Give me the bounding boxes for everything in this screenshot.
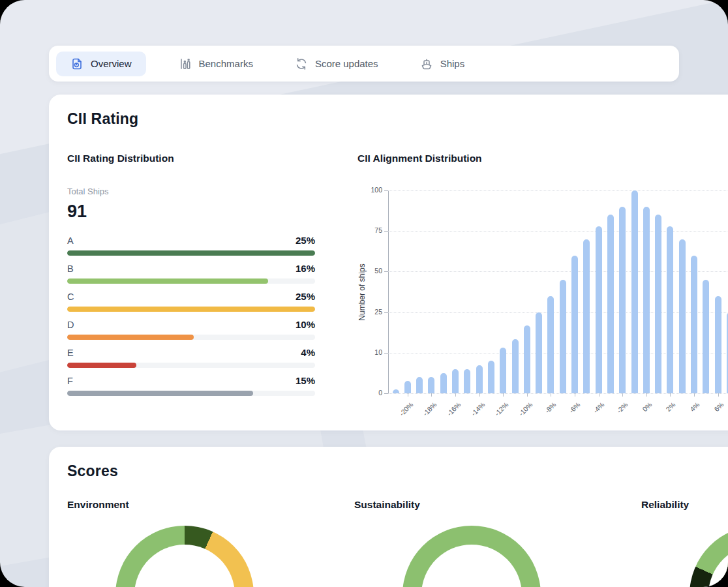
alignment-distribution-title: CII Alignment Distribution — [357, 153, 482, 164]
x-tick — [646, 393, 647, 397]
rating-distribution-title: CII Rating Distribution — [67, 153, 315, 164]
x-tick — [431, 393, 432, 397]
rating-row-d: D10% — [67, 319, 315, 347]
x-tick-label: -12% — [483, 400, 510, 427]
y-tick — [384, 312, 388, 313]
x-tick — [479, 393, 480, 397]
tab-ships-label: Ships — [440, 57, 465, 70]
rating-grade-label: B — [67, 263, 74, 274]
bar-chart-icon — [179, 57, 192, 70]
alignment-distribution-chart: Number of ships010255075100-20%-18%-16%-… — [349, 183, 728, 427]
histogram-bar — [404, 381, 411, 393]
rating-row-c: C25% — [67, 291, 315, 319]
x-tick — [670, 393, 671, 397]
gridline — [388, 231, 728, 232]
rating-percent-value: 25% — [296, 291, 315, 302]
y-tick-label: 100 — [363, 186, 382, 194]
scores-card: Scores EnvironmentSustainabilityReliabil… — [49, 447, 728, 587]
tab-ships[interactable]: Ships — [411, 52, 474, 76]
rating-bar-track — [67, 335, 315, 340]
x-tick — [718, 393, 719, 397]
histogram-bar — [679, 239, 686, 393]
rating-row-a: A25% — [67, 235, 315, 263]
rating-percent-value: 16% — [296, 263, 315, 274]
rating-grade-label: E — [67, 348, 74, 358]
histogram-bar — [631, 190, 638, 393]
histogram-bar — [667, 226, 673, 393]
tab-overview-label: Overview — [91, 57, 132, 70]
score-donut-reliability — [690, 526, 728, 587]
y-tick — [384, 190, 388, 191]
x-tick-label: 0% — [626, 400, 653, 427]
tab-score-updates-label: Score updates — [315, 57, 378, 70]
rating-bar-fill — [67, 391, 253, 396]
gridline — [388, 271, 728, 272]
histogram-bar — [416, 377, 423, 393]
tab-benchmarks[interactable]: Benchmarks — [170, 52, 262, 76]
rating-bar-track — [67, 307, 315, 312]
gridline — [388, 393, 728, 394]
rating-bar-track — [67, 391, 315, 396]
score-donut-sustainability — [402, 526, 541, 587]
rating-percent-value: 25% — [296, 235, 315, 246]
y-tick-label: 10 — [363, 348, 382, 356]
score-title-environment: Environment — [67, 499, 129, 511]
x-tick — [408, 393, 408, 397]
cii-rating-card: CII Rating CII Rating Distribution Total… — [49, 95, 728, 430]
rating-row-f: F15% — [67, 375, 315, 403]
histogram-bar — [643, 207, 650, 393]
histogram-bar — [393, 389, 399, 393]
histogram-bar — [560, 280, 566, 393]
histogram-bar — [715, 296, 721, 393]
tab-overview[interactable]: Overview — [56, 52, 146, 76]
histogram-bar — [500, 348, 506, 394]
rating-grade-label: D — [67, 320, 74, 330]
donut-hole — [421, 545, 522, 587]
y-tick — [384, 393, 388, 394]
x-tick-label: -2% — [603, 400, 629, 427]
x-tick — [527, 393, 528, 397]
rating-percent-value: 15% — [296, 375, 315, 386]
y-tick — [384, 231, 388, 232]
x-tick — [503, 393, 504, 397]
gridline — [388, 353, 728, 354]
y-tick-label: 75 — [363, 226, 382, 234]
x-tick-label: -4% — [579, 400, 605, 427]
y-tick — [384, 271, 388, 272]
rating-grade-label: A — [67, 235, 74, 246]
histogram-bar — [428, 377, 434, 393]
rating-bar-fill — [67, 307, 315, 312]
histogram-bar — [464, 369, 470, 393]
x-tick — [622, 393, 623, 397]
document-chart-icon — [70, 57, 83, 70]
tab-benchmarks-label: Benchmarks — [199, 57, 253, 70]
score-donut-environment — [115, 526, 254, 587]
histogram-bar — [655, 215, 661, 393]
x-tick-label: -18% — [412, 400, 438, 427]
x-tick-label: -10% — [507, 400, 534, 427]
histogram-bar — [524, 325, 530, 393]
histogram-bar — [703, 280, 709, 393]
x-tick-label: -6% — [554, 400, 581, 427]
ship-icon — [420, 57, 433, 70]
score-title-sustainability: Sustainability — [354, 499, 420, 511]
x-tick-label: -14% — [459, 400, 486, 427]
rating-bar-fill — [67, 250, 315, 256]
x-tick-label: -20% — [387, 400, 414, 427]
rating-row-b: B16% — [67, 263, 315, 291]
rating-bar-fill — [67, 363, 136, 368]
x-tick-label: 6% — [698, 400, 725, 427]
x-tick — [599, 393, 599, 397]
x-tick — [575, 393, 575, 397]
rating-bar-track — [67, 363, 315, 368]
rating-distribution-section: CII Rating Distribution Total Ships 91 A… — [67, 153, 315, 403]
x-tick-label: 4% — [674, 400, 701, 427]
histogram-bar — [547, 296, 554, 393]
tab-score-updates[interactable]: Score updates — [286, 52, 387, 76]
sync-icon — [295, 57, 308, 70]
x-tick-label: -8% — [531, 400, 558, 427]
gridline — [388, 312, 728, 313]
y-tick-label: 25 — [363, 308, 382, 316]
histogram-bar — [512, 339, 519, 393]
x-tick — [694, 393, 695, 397]
